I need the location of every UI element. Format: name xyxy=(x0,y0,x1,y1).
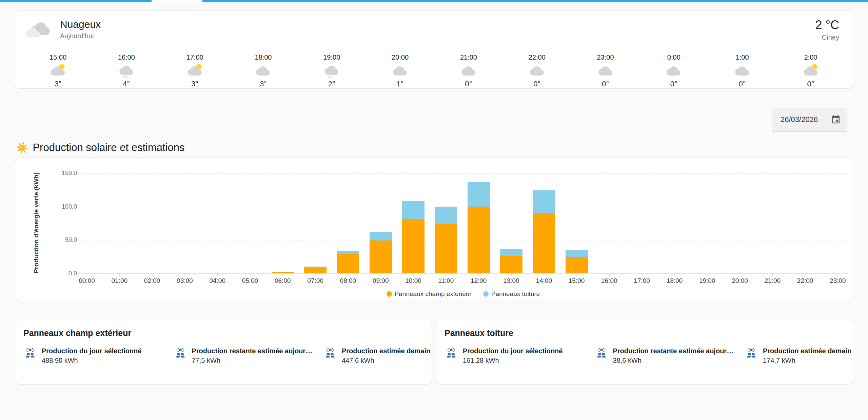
x-tick-label: 22:00 xyxy=(790,277,821,285)
forecast-temp: 0° xyxy=(670,80,677,88)
stat-value: 161,28 kWh xyxy=(463,356,563,365)
forecast-hour-column: 0:000° xyxy=(656,53,691,87)
x-tick xyxy=(544,273,544,276)
x-tick-label: 04:00 xyxy=(202,277,233,285)
solar-production-chart-card: 0.050.0100.0150.0Production d'énergie ve… xyxy=(15,158,853,301)
stat-label: Production du jour sélectionné xyxy=(463,346,563,355)
date-picker-value: 26/03/2026 xyxy=(781,115,831,124)
forecast-temp: 0° xyxy=(602,80,609,88)
forecast-hour-column: 23:000° xyxy=(588,53,623,87)
stat-item: Production estimée demain447,6 kWh xyxy=(323,346,423,365)
forecast-temp: 2° xyxy=(328,80,335,88)
x-tick xyxy=(837,273,838,276)
bar-segment-8 xyxy=(337,254,359,273)
forecast-hour-column: 22:000° xyxy=(519,53,555,87)
forecast-temp: 0° xyxy=(465,80,472,88)
stat-text: Production estimée demain174,7 kWh xyxy=(763,346,851,365)
solar-panel-icon xyxy=(174,347,187,361)
bar-segment-11 xyxy=(435,224,457,273)
forecast-time: 18:00 xyxy=(255,53,272,61)
stat-item: Production estimée demain174,7 kWh xyxy=(745,346,845,365)
snowy-icon xyxy=(323,63,340,79)
legend-label: Panneaux toiture xyxy=(491,290,540,298)
x-tick xyxy=(315,273,316,276)
forecast-hour-column: 2:000° xyxy=(793,53,828,87)
bar-segment-11 xyxy=(435,207,457,224)
bar-segment-8 xyxy=(337,251,359,254)
snowy-icon xyxy=(118,63,135,79)
sun-emoji-icon: ☀️ xyxy=(16,142,28,154)
forecast-temp: 0° xyxy=(533,80,540,88)
section-title: ☀️ Production solaire et estimations xyxy=(16,140,184,155)
forecast-time: 22:00 xyxy=(529,53,546,61)
forecast-hour-column: 17:003° xyxy=(177,53,213,87)
bar-segment-9 xyxy=(370,232,392,241)
cloudy-icon xyxy=(25,19,51,41)
bar-segment-13 xyxy=(500,249,522,256)
section-title-text: Production solaire et estimations xyxy=(33,142,184,154)
panel-title: Panneaux toiture xyxy=(445,328,513,338)
panel-stats: Production du jour sélectionné161,28 kWh… xyxy=(445,346,845,365)
hourly-forecast-row: 15:003°16:004°17:003°18:003°19:002°20:00… xyxy=(15,53,853,87)
forecast-temp: 3° xyxy=(191,80,198,88)
x-tick-label: 12:00 xyxy=(463,277,494,285)
x-tick-label: 08:00 xyxy=(332,277,363,285)
solar-panel-icon xyxy=(595,347,608,361)
forecast-time: 15:00 xyxy=(50,53,66,61)
bar-segment-15 xyxy=(566,250,588,257)
forecast-time: 20:00 xyxy=(392,53,409,61)
x-tick xyxy=(674,273,675,276)
y-tick-label: 100.0 xyxy=(50,204,77,210)
stat-text: Production estimée demain447,6 kWh xyxy=(342,346,430,365)
panels-row: Panneaux champ extérieur Production du j… xyxy=(15,319,853,384)
stat-text: Production du jour sélectionné161,28 kWh xyxy=(463,346,563,365)
legend-item[interactable]: Panneaux toiture xyxy=(483,290,540,298)
gridline xyxy=(78,207,848,207)
partly-sunny-icon xyxy=(803,63,819,79)
x-tick-label: 11:00 xyxy=(430,277,461,285)
forecast-hour-column: 21:000° xyxy=(451,53,486,87)
forecast-hour-column: 16:004° xyxy=(109,53,144,87)
x-tick-label: 19:00 xyxy=(692,277,723,285)
cloudy-icon xyxy=(597,63,614,79)
stat-item: Production restante estimée aujour…38,6 … xyxy=(595,346,745,365)
legend-dot-icon xyxy=(483,291,489,297)
bar-segment-7 xyxy=(304,268,327,273)
legend-label: Panneaux champ extérieur xyxy=(395,290,472,298)
x-tick-label: 21:00 xyxy=(757,277,788,285)
stat-text: Production restante estimée aujour…38,6 … xyxy=(613,346,734,365)
stat-text: Production du jour sélectionné488,90 kWh xyxy=(42,346,141,365)
x-tick xyxy=(478,273,479,276)
y-axis-title: Production d'énergie verte (kWh) xyxy=(33,165,40,280)
solar-panel-icon xyxy=(745,347,758,361)
stat-item: Production du jour sélectionné161,28 kWh xyxy=(445,346,595,365)
stat-label: Production restante estimée aujour… xyxy=(192,346,313,355)
x-tick xyxy=(119,273,120,276)
weather-condition: Nuageux xyxy=(60,19,101,30)
calendar-icon[interactable] xyxy=(831,114,841,125)
stat-text: Production restante estimée aujour…77,5 … xyxy=(192,346,313,365)
x-tick-label: 09:00 xyxy=(365,277,396,285)
weather-subtitle: Aujourd'hui xyxy=(60,32,94,40)
current-temperature: 2 °C xyxy=(815,18,839,32)
forecast-temp: 3° xyxy=(260,80,267,88)
x-tick-label: 00:00 xyxy=(71,277,102,285)
cloudy-icon xyxy=(460,63,477,79)
bar-segment-6 xyxy=(272,272,294,273)
forecast-temp: 3° xyxy=(54,80,61,88)
bar-segment-10 xyxy=(402,219,425,273)
panel-stats: Production du jour sélectionné488,90 kWh… xyxy=(23,346,423,365)
gridline xyxy=(78,240,848,240)
x-tick xyxy=(380,273,381,276)
bar-segment-9 xyxy=(370,240,392,273)
y-tick-label: 0.0 xyxy=(50,270,77,276)
x-tick-label: 07:00 xyxy=(300,277,331,285)
stat-item: Production restante estimée aujour…77,5 … xyxy=(174,346,324,365)
stat-value: 488,90 kWh xyxy=(42,356,141,365)
legend-item[interactable]: Panneaux champ extérieur xyxy=(387,290,472,298)
solar-panel-icon xyxy=(23,347,37,361)
cloudy-icon xyxy=(392,63,408,79)
forecast-hour-column: 19:002° xyxy=(314,53,349,87)
date-picker-field[interactable]: 26/03/2026 xyxy=(772,108,847,131)
stat-label: Production du jour sélectionné xyxy=(42,346,141,355)
